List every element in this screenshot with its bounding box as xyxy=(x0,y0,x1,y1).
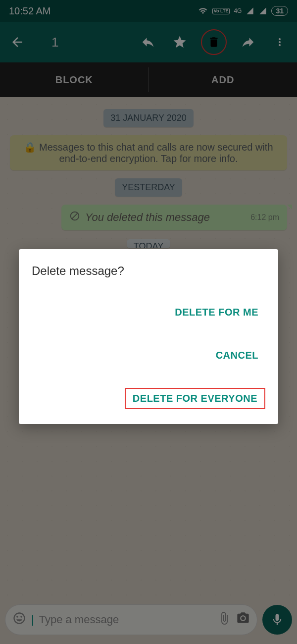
delete-dialog: Delete message? DELETE FOR ME CANCEL DEL… xyxy=(19,249,278,424)
delete-for-me-button[interactable]: DELETE FOR ME xyxy=(168,302,265,323)
delete-for-everyone-button[interactable]: DELETE FOR EVERYONE xyxy=(125,388,265,409)
cancel-button[interactable]: CANCEL xyxy=(209,345,265,366)
dialog-title: Delete message? xyxy=(32,264,265,278)
